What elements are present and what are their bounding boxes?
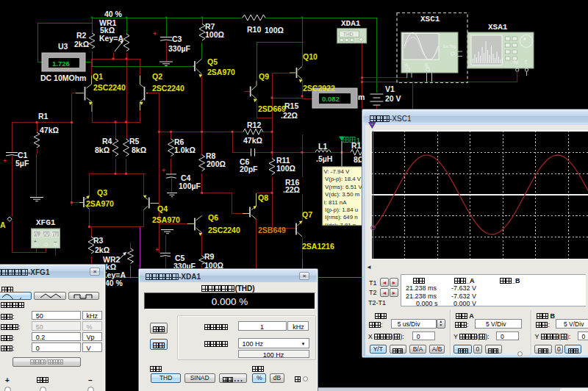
svg-text:5µF: 5µF	[15, 159, 29, 168]
svg-text:100µF: 100µF	[179, 182, 201, 190]
svg-text:Q1: Q1	[93, 72, 103, 81]
svg-text:2kΩ: 2kΩ	[95, 245, 110, 254]
svg-text:40 %: 40 %	[105, 279, 123, 287]
svg-text:R1: R1	[38, 112, 49, 121]
svg-text:2kΩ: 2kΩ	[74, 40, 89, 49]
svg-text:+: +	[162, 167, 165, 174]
svg-text:Q10: Q10	[303, 52, 318, 61]
svg-text:R5: R5	[129, 137, 140, 146]
svg-text:47kΩ: 47kΩ	[40, 126, 59, 134]
svg-text:C3: C3	[172, 35, 182, 43]
svg-text:Q6: Q6	[208, 213, 218, 222]
svg-text:20 V: 20 V	[385, 94, 401, 103]
svg-text:IN: IN	[513, 60, 518, 65]
svg-text:40 %: 40 %	[104, 10, 123, 18]
svg-text:U3: U3	[58, 42, 68, 51]
svg-text:I(rms): 649 n: I(rms): 649 n	[325, 214, 358, 220]
svg-text:Ext Trig: Ext Trig	[443, 44, 456, 49]
svg-text:I: 811 nA: I: 811 nA	[324, 199, 348, 206]
svg-text:Q7: Q7	[302, 210, 312, 219]
svg-text:Q9: Q9	[259, 72, 269, 81]
svg-text:V1: V1	[385, 85, 395, 93]
svg-text:8kΩ: 8kΩ	[95, 146, 110, 154]
svg-text:330µF: 330µF	[168, 44, 191, 53]
svg-text:.5µH: .5µH	[316, 154, 332, 163]
svg-text:1.0kΩ: 1.0kΩ	[174, 146, 196, 154]
svg-text:T: T	[525, 60, 528, 65]
svg-text:I(dc): 7.81 n: I(dc): 7.81 n	[325, 222, 356, 229]
svg-text:100Ω: 100Ω	[276, 164, 295, 173]
svg-text:2SA970: 2SA970	[152, 215, 180, 224]
svg-text:Q2: Q2	[152, 72, 162, 81]
svg-text:2SC2240: 2SC2240	[208, 226, 240, 234]
svg-text:2SD669: 2SD669	[258, 104, 286, 113]
svg-text:2SC2240: 2SC2240	[93, 83, 126, 92]
svg-text:A: A	[405, 62, 409, 68]
svg-text:100Ω: 100Ω	[205, 30, 224, 39]
svg-text:8kΩ: 8kΩ	[132, 146, 146, 154]
svg-text:2SC2240: 2SC2240	[152, 84, 184, 93]
svg-text:THD: THD	[343, 32, 354, 37]
svg-text:2SB649: 2SB649	[258, 226, 286, 234]
svg-text:R9: R9	[204, 252, 215, 261]
svg-text:R12: R12	[247, 121, 261, 129]
svg-text:L1: L1	[318, 142, 327, 151]
svg-text:R4: R4	[102, 137, 112, 146]
svg-text:2SA1216: 2SA1216	[302, 242, 334, 251]
svg-text:B: B	[425, 62, 428, 68]
svg-text:V(dc): 3.50 m: V(dc): 3.50 m	[325, 191, 360, 198]
svg-text:R15: R15	[284, 101, 298, 110]
svg-text:+: +	[3, 157, 7, 165]
svg-text:A: A	[0, 220, 6, 229]
svg-text:47kΩ: 47kΩ	[243, 136, 262, 145]
svg-text:R3: R3	[93, 236, 104, 245]
svg-text:Q3: Q3	[97, 188, 107, 197]
svg-text:DC 10MOhm: DC 10MOhm	[40, 73, 86, 82]
svg-text:1.726: 1.726	[52, 60, 70, 68]
svg-text:m: m	[358, 93, 365, 101]
svg-text:2SC2922: 2SC2922	[303, 84, 335, 93]
svg-text:.22Ω: .22Ω	[283, 185, 300, 194]
svg-text:I(p-p): 1.84 u: I(p-p): 1.84 u	[325, 207, 358, 213]
svg-text:20pF: 20pF	[240, 165, 258, 173]
svg-text:R2: R2	[76, 31, 87, 40]
svg-text:V(p-p): 18.4 V: V(p-p): 18.4 V	[325, 176, 362, 182]
svg-text:Q5: Q5	[207, 57, 218, 66]
svg-text:XSA1: XSA1	[488, 23, 508, 32]
svg-text:2SA970: 2SA970	[207, 68, 235, 76]
svg-text:+: +	[155, 246, 159, 254]
svg-text:XFG1: XFG1	[36, 218, 56, 227]
svg-text:+: +	[153, 30, 157, 37]
svg-text:XSC1: XSC1	[420, 15, 440, 24]
svg-text:2SA970: 2SA970	[86, 199, 114, 208]
svg-text:R10: R10	[247, 25, 261, 34]
svg-text:100Ω: 100Ω	[265, 26, 284, 35]
svg-text:V: -7.94 V: V: -7.94 V	[324, 168, 351, 175]
svg-text:0.082: 0.082	[322, 95, 340, 103]
svg-text:200Ω: 200Ω	[207, 159, 226, 168]
svg-text:Q4: Q4	[157, 204, 168, 213]
svg-text:Key=A: Key=A	[99, 34, 123, 43]
svg-text:XDA1: XDA1	[341, 19, 361, 28]
svg-text:V(rms): 6.51 V: V(rms): 6.51 V	[325, 184, 363, 190]
svg-text:Q8: Q8	[258, 193, 268, 202]
